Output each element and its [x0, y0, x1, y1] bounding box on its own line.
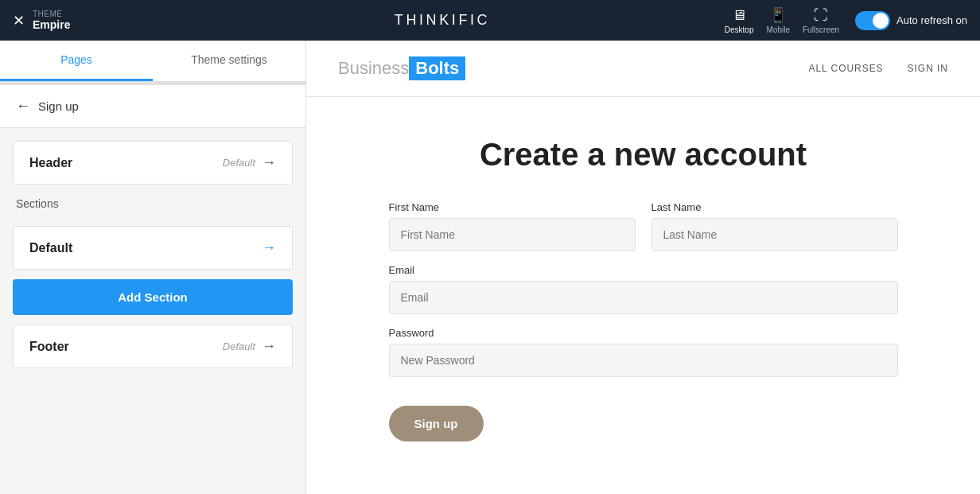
auto-refresh: Auto refresh on [855, 11, 967, 30]
sidebar-body: Header Default → Sections Default → Add … [0, 128, 305, 381]
preview-logo: Business Bolts [338, 56, 465, 80]
desktop-button[interactable]: 🖥 Desktop [725, 7, 754, 34]
nav-link-courses[interactable]: ALL COURSES [808, 63, 883, 74]
password-group: Password [389, 327, 898, 377]
back-arrow-icon[interactable]: ← [16, 98, 30, 115]
device-buttons: 🖥 Desktop 📱 Mobile ⛶ Fullscreen [725, 6, 839, 34]
sidebar-tabs: Pages Theme settings [0, 41, 305, 82]
default-card-right: → [262, 239, 276, 256]
first-name-input[interactable] [389, 218, 636, 251]
sections-label: Sections [13, 194, 293, 216]
mobile-icon: 📱 [769, 6, 787, 24]
back-label: Sign up [38, 99, 79, 113]
signup-button[interactable]: Sign up [389, 406, 484, 441]
mobile-label: Mobile [767, 25, 790, 34]
last-name-input[interactable] [651, 218, 898, 251]
main: Pages Theme settings ← Sign up Header De… [0, 41, 980, 494]
desktop-label: Desktop [725, 25, 754, 34]
header-card-badge: Default [223, 157, 255, 169]
topbar-logo: THINKIFIC [395, 12, 490, 29]
topbar-right: 🖥 Desktop 📱 Mobile ⛶ Fullscreen Auto ref… [713, 6, 967, 34]
default-card-label: Default [29, 241, 72, 255]
footer-card[interactable]: Footer Default → [13, 325, 293, 368]
tab-pages[interactable]: Pages [0, 41, 153, 81]
add-section-button[interactable]: Add Section [13, 279, 293, 315]
form-row-2: Email [389, 264, 898, 314]
footer-card-right: Default → [223, 338, 276, 355]
preview-form-section: Create a new account First Name Last Nam… [306, 97, 980, 481]
nav-link-signin[interactable]: SIGN IN [908, 63, 948, 74]
topbar-left: ✕ THEME Empire [13, 10, 172, 31]
footer-card-arrow-icon: → [262, 338, 276, 355]
last-name-label: Last Name [651, 201, 898, 213]
footer-card-badge: Default [223, 340, 255, 352]
header-card-label: Header [29, 156, 72, 170]
preview-nav: Business Bolts ALL COURSES SIGN IN [306, 41, 980, 97]
email-input[interactable] [389, 281, 898, 314]
header-card-right: Default → [223, 154, 276, 171]
last-name-group: Last Name [651, 201, 898, 251]
first-name-label: First Name [389, 201, 636, 213]
preview-nav-links: ALL COURSES SIGN IN [808, 63, 948, 74]
auto-refresh-label: Auto refresh on [896, 14, 967, 26]
email-label: Email [389, 264, 898, 276]
auto-refresh-toggle[interactable] [855, 11, 890, 30]
toggle-knob [873, 13, 889, 29]
theme-label: THEME [33, 10, 70, 18]
sidebar-back: ← Sign up [0, 85, 305, 128]
preview-inner: Business Bolts ALL COURSES SIGN IN Creat… [306, 41, 980, 494]
mobile-button[interactable]: 📱 Mobile [767, 6, 790, 34]
default-card[interactable]: Default → [13, 226, 293, 270]
topbar: ✕ THEME Empire THINKIFIC 🖥 Desktop 📱 Mob… [0, 0, 980, 41]
footer-card-label: Footer [29, 340, 69, 354]
preview: Business Bolts ALL COURSES SIGN IN Creat… [306, 41, 980, 494]
theme-info: THEME Empire [33, 10, 70, 31]
fullscreen-label: Fullscreen [803, 25, 839, 34]
form-row-1: First Name Last Name [389, 201, 898, 251]
form-title: Create a new account [480, 137, 807, 173]
desktop-icon: 🖥 [732, 7, 746, 24]
password-label: Password [389, 327, 898, 339]
theme-name: Empire [33, 18, 70, 31]
tab-theme-settings[interactable]: Theme settings [153, 41, 305, 81]
header-card-arrow-icon: → [262, 154, 276, 171]
first-name-group: First Name [389, 201, 636, 251]
email-group: Email [389, 264, 898, 314]
password-input[interactable] [389, 344, 898, 377]
logo-text-left: Business [338, 58, 409, 79]
topbar-center: THINKIFIC [172, 12, 713, 29]
close-button[interactable]: ✕ [13, 14, 25, 28]
form-row-3: Password [389, 327, 898, 377]
form-container: First Name Last Name Email [389, 201, 898, 441]
header-card[interactable]: Header Default → [13, 141, 293, 185]
logo-text-right: Bolts [409, 56, 465, 80]
default-card-arrow-icon: → [262, 239, 276, 256]
fullscreen-icon: ⛶ [814, 7, 828, 24]
sidebar: Pages Theme settings ← Sign up Header De… [0, 41, 306, 494]
fullscreen-button[interactable]: ⛶ Fullscreen [803, 7, 839, 34]
